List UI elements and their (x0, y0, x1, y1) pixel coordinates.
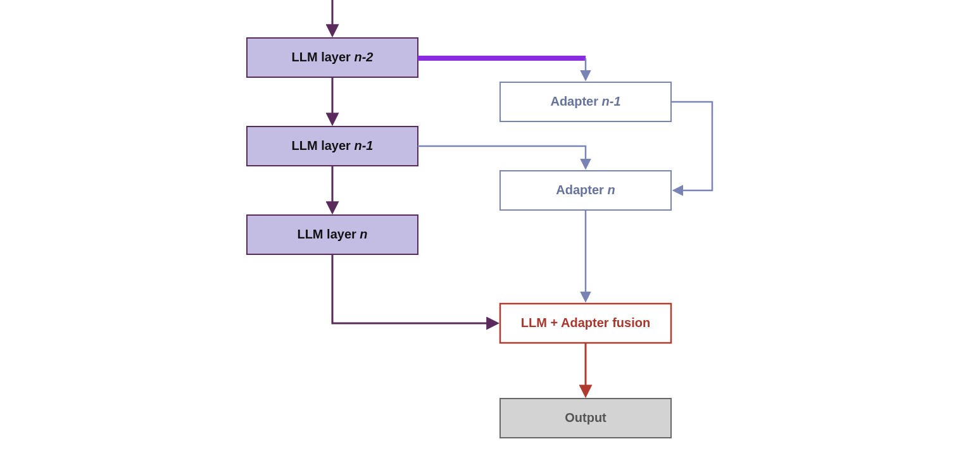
label-llm-n2-var: n-2 (354, 50, 373, 64)
svg-text:LLM layer n-1: LLM layer n-1 (292, 139, 374, 152)
arrow-adapter-n1-to-adapter-n (671, 102, 712, 190)
label-fusion: LLM + Adapter fusion (521, 316, 650, 330)
label-adapter-n-var: n (607, 183, 615, 197)
label-adapter-n1-var: n-1 (602, 94, 621, 108)
arrow-llm-n1-to-adapter-n (418, 146, 586, 168)
label-llm-n-pre: LLM layer (297, 227, 360, 241)
svg-text:LLM layer n-2: LLM layer n-2 (292, 50, 374, 64)
label-adapter-n-pre: Adapter (556, 183, 607, 197)
arrow-llm-n-to-fusion (332, 254, 497, 323)
label-llm-n1-var: n-1 (354, 139, 373, 152)
label-output: Output (565, 411, 606, 424)
svg-text:Adapter n-1: Adapter n-1 (550, 94, 620, 108)
architecture-diagram: LLM layer n-2 LLM layer n-1 LLM layer n … (0, 0, 980, 458)
label-llm-n2-pre: LLM layer (292, 50, 355, 64)
svg-text:LLM layer n: LLM layer n (297, 227, 367, 241)
label-llm-n1-pre: LLM layer (292, 139, 355, 152)
svg-text:Adapter n: Adapter n (556, 183, 615, 197)
label-adapter-n1-pre: Adapter (550, 94, 601, 108)
label-llm-n-var: n (360, 227, 367, 241)
